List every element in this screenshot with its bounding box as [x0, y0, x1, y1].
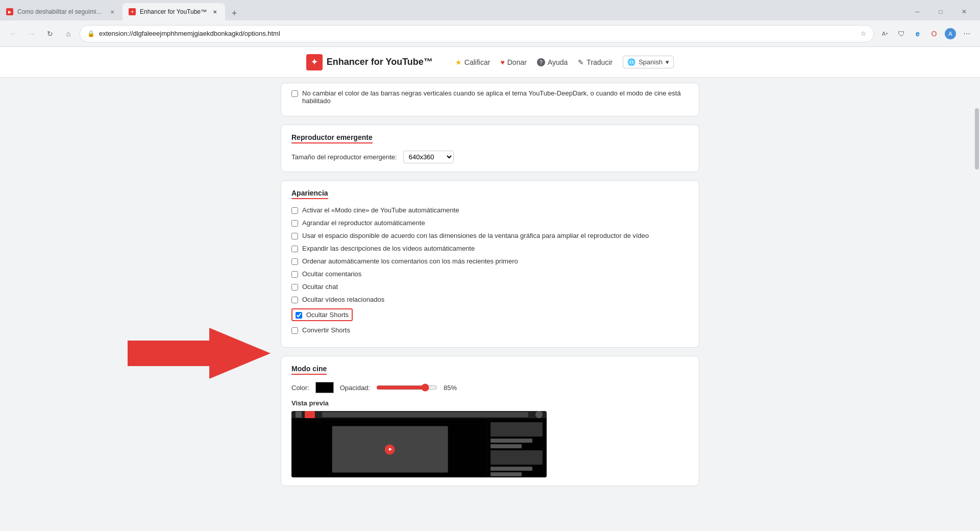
arrow-shape — [209, 328, 271, 379]
preview-topbar-menu — [296, 412, 302, 418]
modo-cine-title: Modo cine — [291, 365, 327, 375]
preview-sidebar-line-3 — [491, 467, 532, 471]
modo-cine-auto-option: Activar el «Modo cine» de YouTube automá… — [291, 206, 689, 214]
preview-sidebar-line-1 — [491, 439, 532, 443]
preview-sidebar-item-2 — [491, 450, 543, 465]
extension-nav: ★ Calificar ♥ Donar ? Ayuda ✎ Traducir 🌐… — [455, 56, 674, 68]
popup-size-label: Tamaño del reproductor emergente: — [291, 153, 397, 161]
forward-button[interactable]: → — [24, 27, 39, 41]
ocultar-chat-checkbox[interactable] — [291, 284, 298, 291]
more-button[interactable]: ⋯ — [960, 27, 974, 41]
tab2-title: Enhancer for YouTube™ — [140, 8, 207, 15]
help-icon: ? — [537, 58, 545, 66]
ocultar-comentarios-checkbox[interactable] — [291, 271, 298, 278]
ocultar-videos-checkbox[interactable] — [291, 297, 298, 303]
donate-nav-item[interactable]: ♥ Donar — [500, 58, 526, 66]
preview-sidebar-line-2 — [491, 444, 522, 448]
popup-size-select[interactable]: 640x360 854x480 1280x720 1920x1080 — [403, 151, 454, 163]
modo-cine-section: Modo cine Color: Opacidad: 85% Vista pre… — [281, 356, 699, 486]
language-selector[interactable]: 🌐 Spanish ▾ — [623, 56, 674, 68]
ocultar-shorts-highlighted: Ocultar Shorts — [291, 308, 353, 321]
star-icon: ★ — [455, 58, 462, 66]
preview-video-area: ▶ — [293, 420, 486, 477]
browser-frame: ▶ Como deshabilitar el seguimient... ✕ ✦… — [0, 0, 980, 531]
apariencia-title: Apariencia — [291, 189, 328, 199]
preview-topbar-avatar — [535, 411, 543, 418]
tab2-close-button[interactable]: ✕ — [211, 8, 219, 16]
preview-topbar-logo — [305, 411, 315, 418]
opacity-label: Opacidad: — [340, 384, 370, 392]
popup-player-section: Reproductor emergente Tamaño del reprodu… — [281, 125, 699, 172]
font-adjust-button[interactable]: A+ — [878, 27, 892, 41]
home-button[interactable]: ⌂ — [61, 27, 76, 41]
popup-player-title: Reproductor emergente — [291, 133, 373, 143]
agrandar-option: Agrandar el reproductor automáticamente — [291, 219, 689, 227]
color-picker[interactable] — [315, 382, 334, 393]
tab-bar: ▶ Como deshabilitar el seguimient... ✕ ✦… — [0, 0, 980, 20]
scrollbar-track — [974, 78, 980, 531]
address-bar[interactable]: 🔒 extension://dlgfaleeejmphhmemjgiaekdbo… — [80, 25, 874, 42]
expandir-desc-label: Expandir las descripciones de los vídeos… — [302, 245, 475, 252]
usar-espacio-label: Usar el espacio disponible de acuerdo co… — [302, 232, 649, 239]
ocultar-chat-option: Ocultar chat — [291, 283, 689, 291]
translate-icon: ✎ — [578, 58, 584, 66]
preview-sidebar-line-4 — [491, 472, 522, 476]
translate-nav-item[interactable]: ✎ Traducir — [578, 58, 612, 66]
preview-label: Vista previa — [291, 399, 689, 407]
tab1-favicon: ▶ — [6, 8, 13, 15]
modo-cine-auto-checkbox[interactable] — [291, 207, 298, 214]
tab1-close-button[interactable]: ✕ — [108, 8, 116, 16]
preview-video: ▶ — [332, 426, 448, 472]
ordenar-comentarios-option: Ordenar automáticamente los comentarios … — [291, 257, 689, 265]
rate-label: Calificar — [464, 58, 491, 66]
extension-logo: ✦ Enhancer for YouTube™ — [306, 54, 433, 70]
ocultar-videos-option: Ocultar vídeos relacionados — [291, 296, 689, 303]
ordenar-comentarios-label: Ordenar automáticamente los comentarios … — [302, 257, 518, 265]
expandir-desc-checkbox[interactable] — [291, 246, 298, 252]
rate-nav-item[interactable]: ★ Calificar — [455, 58, 491, 66]
tab-youtube[interactable]: ▶ Como deshabilitar el seguimient... ✕ — [0, 3, 122, 20]
reload-button[interactable]: ↻ — [43, 27, 57, 41]
help-nav-item[interactable]: ? Ayuda — [537, 58, 568, 66]
scrollbar-thumb[interactable] — [975, 108, 979, 170]
convertir-shorts-checkbox[interactable] — [291, 327, 298, 334]
back-button[interactable]: ← — [6, 27, 20, 41]
new-tab-button[interactable]: + — [227, 6, 241, 20]
apariencia-section: Apariencia Activar el «Modo cine» de You… — [281, 180, 699, 348]
main-content: No cambiar el color de las barras negras… — [0, 78, 980, 531]
opacity-slider-container — [376, 383, 437, 392]
heart-icon: ♥ — [500, 58, 504, 66]
black-bars-checkbox[interactable] — [291, 90, 298, 97]
minimize-button[interactable]: ─ — [905, 2, 929, 22]
address-url: extension://dlgfaleeejmphhmemjgiaekdbonk… — [99, 30, 856, 37]
browser-toolbar: ← → ↻ ⌂ 🔒 extension://dlgfaleeejmphhmemj… — [0, 20, 980, 47]
popup-player-content: Tamaño del reproductor emergente: 640x36… — [291, 151, 689, 163]
opera-button[interactable]: O — [927, 27, 941, 41]
ocultar-shorts-checkbox[interactable] — [296, 312, 302, 319]
black-bars-label: No cambiar el color de las barras negras… — [302, 89, 689, 105]
edge-button[interactable]: e — [911, 27, 925, 41]
content-area: No cambiar el color de las barras negras… — [281, 78, 699, 499]
tab2-favicon: ✦ — [129, 8, 136, 15]
convertir-shorts-label: Convertir Shorts — [302, 326, 350, 334]
ocultar-comentarios-option: Ocultar comentarios — [291, 270, 689, 278]
preview-sidebar — [488, 420, 545, 477]
color-label: Color: — [291, 384, 309, 392]
convertir-shorts-option: Convertir Shorts — [291, 326, 689, 334]
close-window-button[interactable]: ✕ — [952, 2, 976, 22]
usar-espacio-checkbox[interactable] — [291, 233, 298, 239]
ordenar-comentarios-checkbox[interactable] — [291, 258, 298, 265]
preview-image: ▶ — [291, 411, 547, 477]
profile-button[interactable]: A — [943, 27, 958, 41]
tab-enhancer[interactable]: ✦ Enhancer for YouTube™ ✕ — [122, 3, 225, 20]
ocultar-videos-label: Ocultar vídeos relacionados — [302, 296, 384, 303]
preview-topbar — [291, 411, 547, 418]
modo-cine-auto-label: Activar el «Modo cine» de YouTube automá… — [302, 206, 459, 214]
agrandar-checkbox[interactable] — [291, 220, 298, 227]
ocultar-chat-label: Ocultar chat — [302, 283, 338, 291]
opacity-slider[interactable] — [376, 383, 437, 392]
extension-shield-button[interactable]: 🛡 — [894, 27, 909, 41]
maximize-button[interactable]: □ — [929, 2, 952, 22]
extension-header: ✦ Enhancer for YouTube™ ★ Calificar ♥ Do… — [0, 47, 980, 78]
bookmark-icon[interactable]: ☆ — [861, 30, 866, 37]
